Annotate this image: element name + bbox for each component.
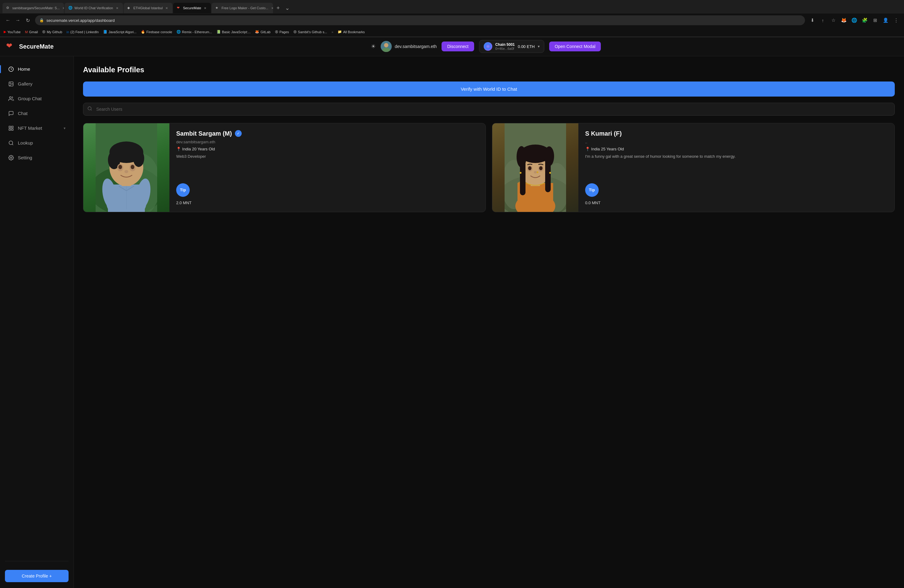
sidebar-label-setting: Setting xyxy=(18,155,32,160)
menu-icon[interactable]: ⋮ xyxy=(892,16,900,25)
svg-point-37 xyxy=(125,170,128,173)
bookmark-youtube[interactable]: ▶ YouTube xyxy=(4,30,21,34)
wallet-icon[interactable]: 🌐 xyxy=(850,16,858,25)
tab-close-github[interactable]: ✕ xyxy=(62,6,64,10)
tab-label-ethglobal: ETHGlobal Istanbul xyxy=(133,6,163,10)
bookmark-gmail[interactable]: M Gmail xyxy=(25,30,38,34)
profile-ens-sambit: dev.sambitsargam.eth xyxy=(176,140,479,144)
secure-icon: 🔒 xyxy=(40,18,44,22)
disconnect-button[interactable]: Disconnect xyxy=(441,41,474,51)
sidebar-label-lookup: Lookup xyxy=(18,140,33,145)
nft-market-arrow-icon: ▾ xyxy=(64,126,65,130)
bookmark-remix[interactable]: 🌐 Remix - Ethereum... xyxy=(177,30,212,34)
tabs-icon[interactable]: ⊞ xyxy=(871,16,879,25)
app-name: SecureMate xyxy=(19,43,54,50)
tab-securemate[interactable]: ❤ SecureMate ✕ xyxy=(173,3,211,13)
tab-label-github: sambitsargam/SecureMate: S... xyxy=(12,6,60,10)
bookmark-firebase[interactable]: 🔥 Firebase console xyxy=(141,30,172,34)
tip-button-sambit[interactable]: Tip xyxy=(176,183,190,197)
profile-name-kumari: S Kumari (F) xyxy=(585,130,622,137)
download-icon[interactable]: ⬇ xyxy=(808,16,817,25)
top-nav: ❤ SecureMate ☀ dev.sambitsargam.eth Disc… xyxy=(0,37,904,56)
svg-point-10 xyxy=(10,83,11,83)
profile-card-kumari: S Kumari (F) .. 📍 India 25 Years Old I'm… xyxy=(492,123,895,212)
tab-worldid[interactable]: 🌐 World ID Chat Verification ✕ xyxy=(65,3,123,13)
forward-button[interactable]: → xyxy=(14,16,22,25)
sidebar-item-nft-market[interactable]: NFT Market ▾ xyxy=(3,122,70,135)
extensions-icon[interactable]: 🧩 xyxy=(860,16,869,25)
tab-github[interactable]: ⚙ sambitsargam/SecureMate: S... ✕ xyxy=(2,3,64,13)
gmail-icon: M xyxy=(25,30,28,34)
bookmark-basicjs[interactable]: 📗 Basic JavaScript:... xyxy=(217,30,251,34)
user-ens-label: dev.sambitsargam.eth xyxy=(395,44,437,49)
chain-details: Chain 5001 0×46e...6a0f xyxy=(495,43,515,51)
profile-ens-kumari: .. xyxy=(585,140,888,144)
bookmark-pages[interactable]: ⦿ Pages xyxy=(275,30,289,34)
youtube-icon: ▶ xyxy=(4,30,6,34)
app-container: Home Gallery xyxy=(0,56,904,588)
svg-point-36 xyxy=(131,165,134,169)
main-content: Available Profiles Verify with World ID … xyxy=(74,56,904,588)
search-input[interactable] xyxy=(83,103,895,115)
bookmark-gitlab[interactable]: 🦊 GitLab xyxy=(255,30,270,34)
tab-close-logomaker[interactable]: ✕ xyxy=(270,6,273,10)
verify-worldid-button[interactable]: Verify with World ID to Chat xyxy=(83,82,895,96)
logo-icon: ❤ xyxy=(6,41,16,51)
sidebar-item-home[interactable]: Home xyxy=(3,62,70,76)
open-connect-modal-button[interactable]: Open Connect Modal xyxy=(549,41,601,51)
sidebar-item-chat[interactable]: Chat xyxy=(3,107,70,120)
nav-buttons: ← → ↻ xyxy=(4,16,32,25)
home-icon xyxy=(8,66,14,72)
tab-label-securemate: SecureMate xyxy=(183,6,201,10)
avatar-image xyxy=(381,41,392,52)
basicjs-icon: 📗 xyxy=(217,30,221,34)
bookmark-js[interactable]: 📘 JavaScript Algori... xyxy=(103,30,136,34)
tab-close-securemate[interactable]: ✕ xyxy=(203,6,207,10)
remix-icon: 🌐 xyxy=(177,30,181,34)
bookmark-linkedin[interactable]: in (2) Feed | LinkedIn xyxy=(66,30,99,34)
back-button[interactable]: ← xyxy=(4,16,12,25)
tab-close-worldid[interactable]: ✕ xyxy=(115,6,119,10)
profile-icon[interactable]: 🦊 xyxy=(839,16,848,25)
tab-more-button[interactable]: ⌄ xyxy=(283,4,291,12)
tab-favicon-logomaker: ★ xyxy=(215,6,220,10)
theme-toggle-button[interactable]: ☀ xyxy=(371,43,376,50)
search-icon xyxy=(87,106,92,112)
sidebar-item-group-chat[interactable]: Group Chat xyxy=(3,92,70,106)
tab-bar: ⚙ sambitsargam/SecureMate: S... ✕ 🌐 Worl… xyxy=(0,0,904,14)
svg-point-59 xyxy=(549,172,551,174)
svg-point-57 xyxy=(537,171,538,173)
tab-label-worldid: World ID Chat Verification xyxy=(74,6,113,10)
sidebar-item-gallery[interactable]: Gallery xyxy=(3,77,70,91)
bookmark-all[interactable]: 📁 All Bookmarks xyxy=(338,30,365,34)
bookmark-icon[interactable]: ☆ xyxy=(829,16,838,25)
profile-photo-kumari xyxy=(492,123,578,212)
svg-rect-12 xyxy=(9,126,11,128)
setting-icon xyxy=(8,155,14,161)
sidebar-item-setting[interactable]: Setting xyxy=(3,151,70,164)
tip-button-kumari[interactable]: Tip xyxy=(585,183,599,197)
reload-button[interactable]: ↻ xyxy=(24,16,32,25)
tab-logomaker[interactable]: ★ Free Logo Maker - Get Custo... ✕ xyxy=(212,3,273,13)
profile-card-sambit: Sambit Sargam (M) ✓ dev.sambitsargam.eth… xyxy=(83,123,486,212)
nft-market-icon xyxy=(8,125,14,131)
js-icon: 📘 xyxy=(103,30,107,34)
url-bar[interactable]: 🔒 securemate.vercel.app/app/dashboard xyxy=(35,15,805,25)
sidebar-item-lookup[interactable]: Lookup xyxy=(3,136,70,150)
svg-point-51 xyxy=(544,146,554,166)
tab-ethglobal[interactable]: ◆ ETHGlobal Istanbul ✕ xyxy=(123,3,172,13)
share-icon[interactable]: ↑ xyxy=(819,16,827,25)
tab-add-button[interactable]: + xyxy=(273,4,282,12)
profile-photo-sambit xyxy=(83,123,169,212)
user-account-icon[interactable]: 👤 xyxy=(881,16,890,25)
bookmark-github[interactable]: ⦿ My Github xyxy=(42,30,62,34)
bookmark-sambits-github[interactable]: ⦿ Sambit's Github s... xyxy=(293,30,327,34)
create-profile-button[interactable]: Create Profile + xyxy=(5,570,69,582)
sidebar: Home Gallery xyxy=(0,56,74,588)
svg-point-18 xyxy=(11,157,12,159)
svg-point-11 xyxy=(9,96,11,98)
chain-dropdown-icon[interactable]: ▾ xyxy=(538,44,540,49)
profile-balance-kumari: 0.0 MNT xyxy=(585,201,888,205)
tab-close-ethglobal[interactable]: ✕ xyxy=(164,6,169,10)
svg-point-5 xyxy=(487,46,489,47)
